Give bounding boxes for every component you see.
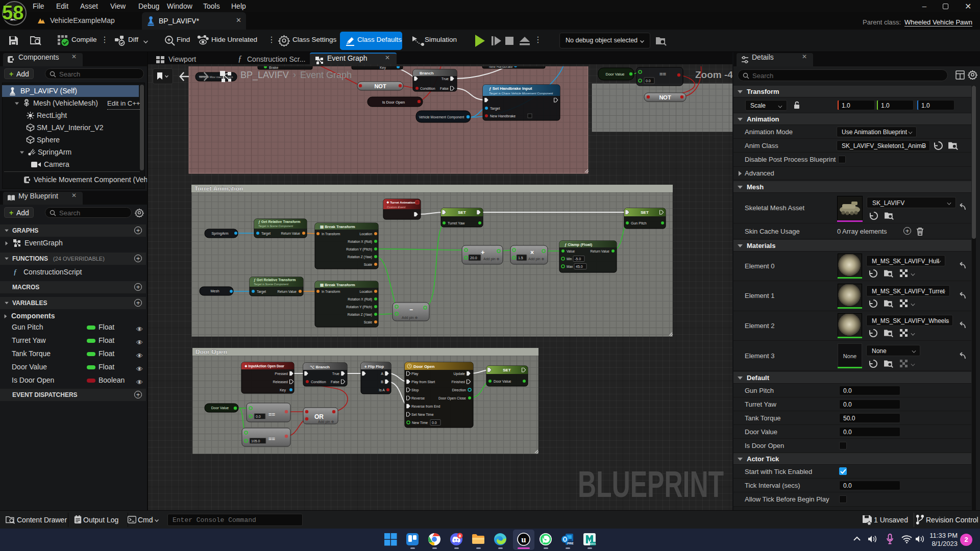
svg-text:==: == xyxy=(268,436,275,442)
svg-text:Turret Animation: Turret Animation xyxy=(194,185,243,192)
svg-text:Mesh: Mesh xyxy=(210,289,219,293)
svg-text:Return Value: Return Value xyxy=(281,232,301,235)
svg-text:Target is Chaos Vehicle Moveme: Target is Chaos Vehicle Movement Compone… xyxy=(489,92,553,95)
svg-text:A: A xyxy=(381,372,383,375)
svg-text:Rotation Z (Yaw): Rotation Z (Yaw) xyxy=(348,313,372,317)
svg-text:105.0: 105.0 xyxy=(251,439,260,443)
svg-text:Add pin ⊕: Add pin ⊕ xyxy=(483,257,500,261)
svg-text:Turret Yaw: Turret Yaw xyxy=(448,221,465,225)
svg-text:Rotation X (Roll): Rotation X (Roll) xyxy=(348,240,372,244)
svg-text:Rotation X (Roll): Rotation X (Roll) xyxy=(348,297,372,302)
svg-text:20.0: 20.0 xyxy=(470,256,477,260)
svg-text:Condition: Condition xyxy=(420,87,435,90)
svg-text:-5.0: -5.0 xyxy=(575,257,581,261)
svg-text:▤ Break Transform: ▤ Break Transform xyxy=(320,283,355,287)
svg-text:Rotation Y (Pitch): Rotation Y (Pitch) xyxy=(346,247,372,252)
svg-text:Pressed: Pressed xyxy=(275,372,288,375)
svg-text:Update: Update xyxy=(453,372,465,376)
svg-text:ƒ Set Handbrake Input: ƒ Set Handbrake Input xyxy=(489,86,532,91)
svg-text:True: True xyxy=(332,372,339,375)
svg-text:−: − xyxy=(409,306,413,313)
svg-text:Door Open: Door Open xyxy=(195,348,227,356)
svg-text:Finished: Finished xyxy=(452,380,465,384)
svg-text:SpringArm: SpringArm xyxy=(211,232,228,236)
svg-text:Rotation Y (Pitch): Rotation Y (Pitch) xyxy=(346,305,372,309)
svg-text:SET: SET xyxy=(503,368,511,372)
svg-text:Return Value: Return Value xyxy=(278,290,297,293)
svg-text:Add pin ⊕: Add pin ⊕ xyxy=(528,257,545,261)
svg-text:Brake: Brake xyxy=(269,66,278,69)
svg-text:New Time: New Time xyxy=(412,421,428,424)
svg-text:0.0: 0.0 xyxy=(432,421,437,424)
svg-text:SET: SET xyxy=(458,210,466,215)
svg-text:Reverse from End: Reverse from End xyxy=(411,405,440,408)
svg-text:Is A: Is A xyxy=(379,388,385,392)
svg-text:Target: Target xyxy=(261,232,271,236)
svg-text:Direction: Direction xyxy=(452,388,466,392)
svg-text:Door Value: Door Value xyxy=(494,380,511,383)
svg-text:⋄ Flip Flop: ⋄ Flip Flop xyxy=(364,364,384,369)
svg-text:B: B xyxy=(381,380,383,384)
svg-text:OR: OR xyxy=(314,413,324,420)
svg-text:In Transform: In Transform xyxy=(322,232,340,236)
svg-text:True: True xyxy=(442,77,449,81)
svg-text:0.0: 0.0 xyxy=(256,415,261,418)
svg-text:ƒ Get Relative Transform: ƒ Get Relative Transform xyxy=(254,278,296,282)
svg-text:Door Value: Door Value xyxy=(211,406,229,410)
svg-text:New Handbrake: New Handbrake xyxy=(489,66,513,68)
svg-text:Scale: Scale xyxy=(364,320,373,324)
svg-text:Key: Key xyxy=(280,388,286,392)
svg-text:▤ Break Transform: ▤ Break Transform xyxy=(320,224,355,229)
svg-text:ƒ Clamp (Float): ƒ Clamp (Float) xyxy=(565,242,593,247)
svg-text:Add pin ⊕: Add pin ⊕ xyxy=(318,420,334,424)
svg-text:Door Open Close: Door Open Close xyxy=(438,396,466,400)
svg-text:PRE: PRE xyxy=(567,542,573,545)
svg-text:SET: SET xyxy=(641,210,649,215)
svg-text:Max: Max xyxy=(567,265,573,268)
svg-text:In Transform: In Transform xyxy=(322,290,340,293)
svg-text:Reverse: Reverse xyxy=(411,396,425,400)
svg-text:Condition: Condition xyxy=(311,380,326,384)
svg-text:Target is Scene Component: Target is Scene Component xyxy=(258,224,293,228)
svg-text:❖ Turret Animation: ❖ Turret Animation xyxy=(386,201,415,204)
svg-text:Vehicle Movement Component: Vehicle Movement Component xyxy=(419,115,464,119)
svg-text:Target is Scene Component: Target is Scene Component xyxy=(254,283,288,286)
svg-text:1.5: 1.5 xyxy=(518,256,523,260)
svg-text:ƒ Get Relative Transform: ƒ Get Relative Transform xyxy=(258,220,300,224)
svg-text:Play: Play xyxy=(411,372,419,376)
svg-text:Rotation Z (Yaw): Rotation Z (Yaw) xyxy=(348,255,372,259)
svg-text:Door Open: Door Open xyxy=(413,364,434,369)
svg-text:Scale: Scale xyxy=(364,263,373,266)
svg-text:Gun Pitch: Gun Pitch xyxy=(631,221,647,225)
svg-text:MAYA: MAYA xyxy=(590,543,596,545)
svg-text:Is Door Open: Is Door Open xyxy=(382,100,405,105)
svg-text:×: × xyxy=(530,249,534,256)
svg-text:Target: Target xyxy=(257,290,266,294)
svg-text:==: == xyxy=(268,411,275,417)
svg-text:False: False xyxy=(331,380,339,384)
svg-text:Stop: Stop xyxy=(411,388,419,392)
svg-text:New Handbrake: New Handbrake xyxy=(490,114,516,118)
svg-text:Released: Released xyxy=(273,380,288,384)
svg-text:45.0: 45.0 xyxy=(576,265,583,268)
svg-text:Door Value: Door Value xyxy=(606,72,625,77)
svg-text:❖ InputAction Open Door: ❖ InputAction Open Door xyxy=(244,364,284,368)
svg-text:False: False xyxy=(440,87,449,90)
svg-text:Branch: Branch xyxy=(420,71,434,76)
svg-text:0.0: 0.0 xyxy=(646,79,651,83)
svg-text:Location: Location xyxy=(359,290,372,293)
svg-text:Min: Min xyxy=(567,257,572,261)
svg-text:u: u xyxy=(521,535,526,544)
svg-text:Value: Value xyxy=(567,249,575,253)
svg-text:==: == xyxy=(659,71,666,77)
svg-text:Custom Event: Custom Event xyxy=(387,206,406,209)
svg-text:Play from Start: Play from Start xyxy=(411,380,435,384)
svg-text:⌥ Branch: ⌥ Branch xyxy=(310,365,330,369)
svg-text:NOT: NOT xyxy=(374,83,386,89)
svg-text:Set New Time: Set New Time xyxy=(411,413,434,416)
svg-text:+: + xyxy=(481,248,485,256)
svg-text:Location: Location xyxy=(359,232,372,236)
svg-text:Return Value: Return Value xyxy=(591,249,610,253)
svg-text:NOT: NOT xyxy=(659,94,671,101)
svg-text:Add pin ⊕: Add pin ⊕ xyxy=(402,316,418,320)
